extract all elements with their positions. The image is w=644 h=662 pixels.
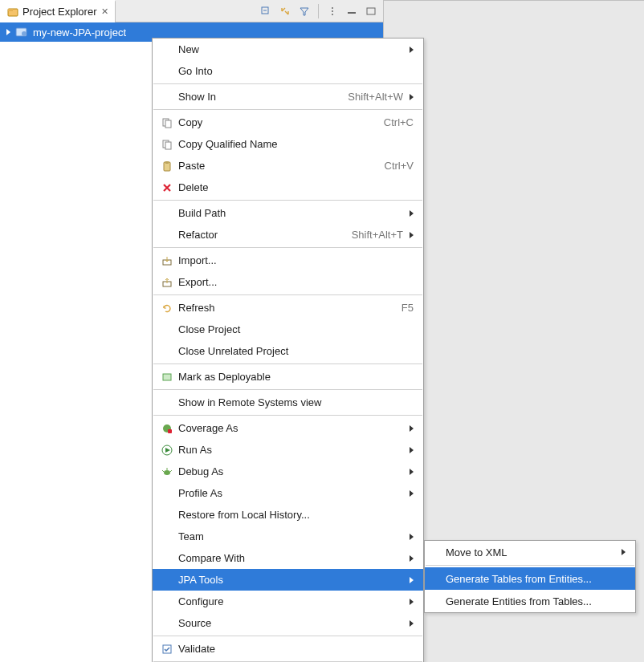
svg-rect-14	[165, 142, 171, 149]
menu-copy[interactable]: Copy Ctrl+C	[153, 112, 423, 133]
toolbar-separator	[318, 4, 319, 18]
svg-rect-7	[348, 12, 356, 14]
submenu-arrow-icon	[410, 425, 414, 432]
menu-show-in[interactable]: Show In Shift+Alt+W	[153, 86, 423, 108]
menu-refresh[interactable]: Refresh F5	[153, 297, 423, 319]
submenu-generate-tables[interactable]: Generate Tables from Entities...	[425, 567, 635, 590]
menu-mark-deployable[interactable]: Mark as Deployable	[153, 366, 423, 388]
submenu-arrow-icon	[410, 447, 414, 453]
menu-separator	[153, 83, 422, 84]
menu-copy-qualified[interactable]: Copy Qualified Name	[153, 133, 423, 155]
submenu-move-xml[interactable]: Move to XML	[425, 541, 635, 563]
submenu-arrow-icon	[410, 555, 414, 562]
svg-point-10	[22, 31, 26, 36]
close-icon[interactable]: ✕	[101, 6, 108, 17]
debug-icon	[159, 465, 175, 478]
svg-point-23	[164, 470, 170, 475]
menu-paste[interactable]: Paste Ctrl+V	[153, 155, 423, 177]
menu-close-unrelated[interactable]: Close Unrelated Project	[153, 340, 423, 362]
svg-rect-21	[168, 429, 172, 433]
menu-debug-as[interactable]: Debug As	[153, 461, 423, 482]
maximize-icon[interactable]	[364, 4, 378, 18]
svg-rect-8	[367, 8, 375, 14]
svg-point-4	[332, 7, 333, 9]
deployable-icon	[159, 371, 175, 384]
svg-rect-19	[163, 374, 171, 380]
menu-restore-history[interactable]: Restore from Local History...	[153, 504, 423, 526]
minimize-icon[interactable]	[344, 4, 359, 18]
svg-point-5	[332, 10, 333, 12]
validate-icon	[159, 643, 175, 656]
filter-icon[interactable]	[297, 4, 312, 18]
menu-close-project[interactable]: Close Project	[153, 319, 423, 340]
svg-rect-12	[165, 120, 171, 128]
submenu-arrow-icon	[410, 534, 414, 540]
submenu-arrow-icon	[410, 47, 414, 53]
submenu-arrow-icon	[410, 210, 414, 217]
menu-coverage-as[interactable]: Coverage As	[153, 417, 423, 439]
link-editor-icon[interactable]	[278, 4, 292, 18]
submenu-arrow-icon	[410, 577, 414, 583]
view-toolbar	[259, 0, 378, 22]
menu-import[interactable]: Import...	[153, 250, 423, 271]
menu-refactor[interactable]: Refactor Shift+Alt+T	[153, 224, 423, 246]
run-icon	[159, 444, 175, 457]
menu-export[interactable]: Export...	[153, 271, 423, 293]
submenu-arrow-icon	[622, 549, 626, 555]
jpa-project-icon	[15, 26, 28, 39]
jpa-tools-submenu: Move to XML Generate Tables from Entitie…	[424, 540, 636, 613]
menu-delete[interactable]: Delete	[153, 177, 423, 198]
menu-validate[interactable]: Validate	[153, 638, 423, 660]
paste-icon	[159, 160, 175, 173]
submenu-arrow-icon	[410, 232, 414, 238]
submenu-arrow-icon	[410, 599, 414, 605]
copy-qualified-icon	[159, 138, 175, 151]
menu-jpa-tools[interactable]: JPA Tools	[153, 569, 423, 591]
copy-icon	[159, 116, 175, 129]
view-tab-label: Project Explorer	[22, 6, 96, 18]
menu-build-path[interactable]: Build Path	[153, 202, 423, 224]
collapse-all-icon[interactable]	[259, 4, 273, 18]
view-tab-bar: Project Explorer ✕	[0, 0, 383, 22]
menu-compare-with[interactable]: Compare With	[153, 547, 423, 569]
menu-go-into[interactable]: Go Into	[153, 60, 423, 82]
coverage-icon	[159, 422, 175, 435]
import-icon	[159, 254, 175, 267]
menu-team[interactable]: Team	[153, 526, 423, 547]
tree-item-label: my-new-JPA-project	[33, 26, 126, 39]
menu-profile-as[interactable]: Profile As	[153, 482, 423, 504]
menu-source[interactable]: Source	[153, 612, 423, 634]
svg-line-25	[162, 470, 164, 472]
svg-line-26	[170, 470, 172, 472]
menu-configure[interactable]: Configure	[153, 591, 423, 612]
svg-rect-16	[165, 161, 169, 164]
blank-icon	[159, 43, 175, 56]
view-tab-project-explorer[interactable]: Project Explorer ✕	[0, 0, 116, 22]
project-context-menu: New Go Into Show In Shift+Alt+W Copy Ctr…	[152, 38, 424, 662]
submenu-arrow-icon	[410, 620, 414, 627]
menu-show-remote[interactable]: Show in Remote Systems view	[153, 392, 423, 413]
export-icon	[159, 276, 175, 289]
expand-arrow-icon[interactable]	[6, 29, 10, 35]
menu-run-as[interactable]: Run As	[153, 439, 423, 461]
submenu-arrow-icon	[410, 94, 414, 100]
view-menu-icon[interactable]	[325, 4, 340, 18]
svg-rect-1	[8, 9, 13, 11]
refresh-icon	[159, 302, 175, 315]
menu-new[interactable]: New	[153, 39, 423, 60]
svg-point-6	[332, 14, 333, 15]
submenu-generate-entities[interactable]: Generate Entities from Tables...	[425, 590, 635, 612]
submenu-arrow-icon	[410, 490, 414, 497]
navigator-icon	[6, 6, 19, 18]
delete-icon	[159, 181, 175, 194]
submenu-arrow-icon	[410, 469, 414, 475]
